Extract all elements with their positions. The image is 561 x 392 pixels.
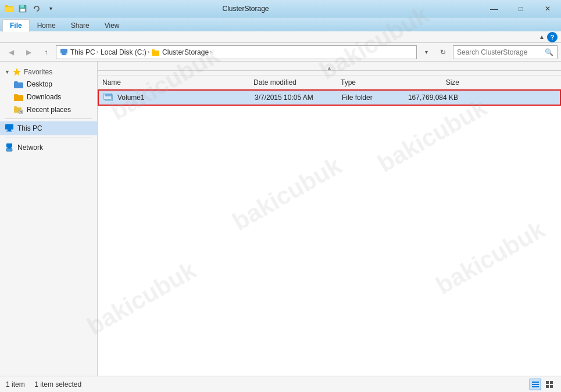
file-name-cell: Volume1 — [99, 93, 250, 102]
sidebar-item-downloads[interactable]: Downloads — [0, 91, 97, 103]
svg-marker-12 — [13, 68, 21, 76]
content-area: ▲ Name Date modified Type Size — [98, 62, 561, 376]
svg-rect-31 — [546, 385, 549, 388]
tab-home[interactable]: Home — [30, 19, 63, 31]
svg-rect-26 — [532, 382, 539, 383]
sidebar-item-desktop-label: Desktop — [27, 80, 52, 88]
sidebar-item-thispc[interactable]: This PC — [0, 121, 97, 135]
svg-rect-1 — [5, 5, 8, 7]
address-bar: ◀ ▶ ↑ This PC › Local Disk (C:) › Cluste… — [0, 43, 561, 62]
search-box[interactable]: 🔍 — [453, 45, 558, 59]
path-thispc-label: This PC — [70, 48, 95, 56]
svg-rect-7 — [60, 49, 67, 53]
svg-rect-11 — [152, 49, 155, 51]
col-header-type[interactable]: Type — [336, 78, 394, 87]
downloads-folder-icon — [14, 93, 23, 101]
favorites-expand-icon: ▼ — [5, 69, 10, 75]
svg-rect-18 — [5, 124, 13, 130]
path-localdisk-label: Local Disk (C:) — [101, 48, 146, 56]
sidebar-network-group: Network — [0, 141, 97, 154]
sidebar-item-recent[interactable]: Recent places — [0, 103, 97, 116]
close-button[interactable] — [534, 0, 561, 17]
svg-rect-25 — [105, 94, 112, 96]
ribbon-tabs: File Home Share View — [0, 17, 561, 31]
svg-rect-20 — [6, 131, 12, 132]
svg-rect-30 — [550, 381, 553, 384]
recent-icon — [14, 106, 23, 114]
sidebar-divider-2 — [5, 138, 92, 138]
window-controls — [481, 0, 561, 17]
path-arrow-3: › — [210, 49, 212, 55]
file-type-cell: File folder — [337, 93, 395, 102]
back-button[interactable]: ◀ — [3, 45, 19, 60]
star-icon — [12, 67, 22, 77]
svg-rect-14 — [14, 106, 17, 108]
this-pc-icon — [5, 124, 14, 133]
window-title: ClusterStorage — [10, 5, 481, 13]
tab-view[interactable]: View — [97, 19, 127, 31]
forward-button[interactable]: ▶ — [21, 45, 36, 60]
status-info: 1 item 1 item selected — [6, 380, 81, 389]
file-size-cell: 167,769,084 KB — [395, 93, 465, 102]
svg-rect-29 — [546, 381, 549, 384]
svg-rect-8 — [62, 53, 66, 55]
ribbon-chevron-icon[interactable]: ▲ — [539, 34, 545, 40]
sidebar-thispc-group: This PC — [0, 121, 97, 135]
desktop-folder-icon — [14, 80, 23, 88]
svg-rect-10 — [152, 51, 159, 56]
up-button[interactable]: ↑ — [38, 45, 53, 60]
col-header-name[interactable]: Name — [98, 78, 249, 87]
sidebar-item-network-label: Network — [17, 143, 43, 152]
network-icon — [5, 143, 14, 152]
svg-rect-28 — [532, 386, 539, 387]
svg-rect-21 — [6, 143, 12, 148]
sidebar: ▼ Favorites Desktop Downloads — [0, 62, 98, 376]
sort-indicator: ▲ — [327, 65, 332, 71]
help-button[interactable]: ? — [547, 32, 558, 42]
path-clusterstorage-label: ClusterStorage — [162, 48, 209, 56]
column-header-row: Name Date modified Type Size — [98, 75, 561, 89]
path-arrow-1: › — [97, 49, 98, 55]
svg-rect-9 — [61, 55, 67, 55]
path-segment-localdisk: Local Disk (C:) › — [101, 48, 149, 56]
column-headers: ▲ — [98, 62, 561, 75]
search-icon[interactable]: 🔍 — [545, 48, 553, 56]
title-bar: ▾ ClusterStorage — [0, 0, 561, 17]
address-dropdown-button[interactable]: ▾ — [419, 45, 433, 59]
search-input[interactable] — [457, 48, 545, 56]
status-right — [530, 379, 555, 390]
sidebar-divider-1 — [5, 118, 92, 119]
path-segment-clusterstorage: ClusterStorage › — [152, 48, 212, 56]
sidebar-item-downloads-label: Downloads — [27, 93, 61, 101]
volume-icon — [103, 93, 114, 102]
sidebar-item-thispc-label: This PC — [17, 124, 42, 132]
details-view-button[interactable] — [530, 379, 541, 390]
sidebar-item-desktop[interactable]: Desktop — [0, 78, 97, 91]
main-area: ▼ Favorites Desktop Downloads — [0, 62, 561, 376]
file-row-volume1[interactable]: Volume1 3/7/2015 10:05 AM File folder 16… — [98, 89, 561, 106]
ribbon-content: ▲ ? — [0, 31, 561, 43]
sidebar-item-network[interactable]: Network — [0, 141, 97, 154]
file-date-cell: 3/7/2015 10:05 AM — [250, 93, 337, 102]
selected-count: 1 item selected — [34, 380, 81, 389]
refresh-button[interactable]: ↻ — [435, 45, 451, 60]
tab-file[interactable]: File — [2, 19, 30, 32]
tiles-view-button[interactable] — [544, 379, 555, 390]
col-header-size[interactable]: Size — [394, 78, 464, 87]
svg-rect-32 — [550, 385, 553, 388]
sidebar-favorites-header[interactable]: ▼ Favorites — [0, 66, 97, 78]
sidebar-favorites-group: ▼ Favorites Desktop Downloads — [0, 66, 97, 116]
maximize-button[interactable] — [508, 0, 534, 17]
address-path[interactable]: This PC › Local Disk (C:) › ClusterStora… — [56, 45, 417, 59]
minimize-button[interactable] — [481, 0, 508, 17]
svg-rect-27 — [532, 384, 539, 385]
svg-rect-23 — [6, 149, 12, 152]
col-header-date[interactable]: Date modified — [249, 78, 336, 87]
favorites-label: Favorites — [24, 68, 52, 76]
path-arrow-2: › — [148, 49, 149, 55]
items-count: 1 item — [6, 380, 25, 389]
svg-rect-19 — [8, 130, 11, 131]
tab-share[interactable]: Share — [63, 19, 97, 31]
file-name-label: Volume1 — [117, 93, 145, 102]
sidebar-item-recent-label: Recent places — [27, 106, 71, 114]
